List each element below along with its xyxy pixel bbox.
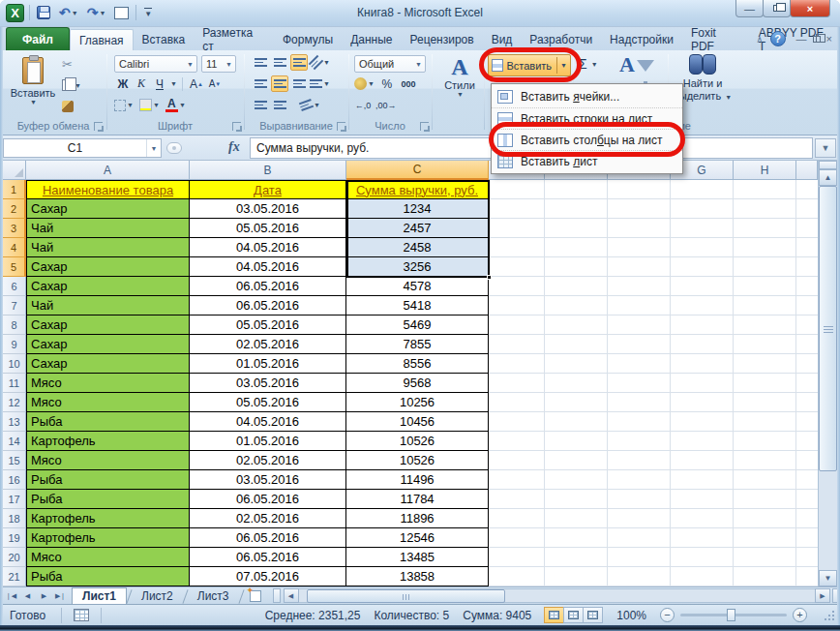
chevron-down-icon[interactable]: ▼ [560, 62, 567, 69]
empty-cell[interactable] [796, 257, 818, 277]
cell-name[interactable]: Сахар [26, 354, 190, 374]
page-layout-view-button[interactable] [563, 607, 584, 623]
cell-name[interactable]: Сахар [26, 257, 190, 277]
tab-Данные[interactable]: Данные [342, 29, 401, 50]
cell-name[interactable]: Мясо [26, 393, 190, 412]
page-break-view-button[interactable] [583, 607, 603, 623]
empty-cell[interactable] [545, 451, 608, 470]
close-button[interactable]: × [790, 0, 830, 17]
workbook-close-button[interactable]: × [826, 33, 832, 45]
column-header-H[interactable]: H [734, 161, 796, 180]
tab-Вид[interactable]: Вид [483, 29, 522, 50]
last-sheet-button[interactable]: ▶❘ [53, 589, 68, 603]
empty-cell[interactable] [796, 412, 818, 432]
empty-cell[interactable] [796, 490, 818, 509]
row-header-13[interactable]: 13 [3, 412, 26, 432]
column-header-B[interactable]: B [190, 161, 346, 180]
empty-cell[interactable] [608, 316, 671, 335]
empty-cell[interactable] [545, 528, 608, 548]
empty-cell[interactable] [608, 528, 671, 548]
chevron-down-icon[interactable]: ▼ [591, 61, 598, 68]
minimize-button[interactable]: — [735, 0, 764, 17]
name-box[interactable]: C1 ▼ [3, 138, 162, 158]
cell-sum[interactable]: 11496 [346, 470, 489, 490]
empty-cell[interactable] [671, 199, 734, 219]
bold-button[interactable]: Ж [114, 75, 132, 92]
shrink-font-button[interactable]: А▼ [206, 75, 224, 92]
chevron-down-icon[interactable]: ▼ [30, 99, 37, 105]
tab-file[interactable]: Файл [6, 27, 70, 50]
cell-name[interactable]: Сахар [26, 335, 190, 354]
empty-cell[interactable] [545, 354, 608, 374]
empty-cell[interactable] [608, 180, 671, 199]
empty-cell[interactable] [608, 257, 671, 277]
empty-cell[interactable] [671, 432, 734, 451]
empty-cell[interactable] [734, 219, 796, 238]
empty-cell[interactable] [734, 470, 796, 490]
empty-cell[interactable] [545, 509, 608, 528]
empty-cell[interactable] [796, 548, 818, 567]
empty-cell[interactable] [734, 316, 796, 335]
empty-cell[interactable] [734, 412, 796, 432]
cell-name[interactable]: Рыба [26, 470, 190, 490]
cell-date[interactable]: 05.05.2016 [190, 316, 346, 335]
cell-sum[interactable]: 10526 [346, 451, 489, 470]
row-header-20[interactable]: 20 [3, 548, 26, 567]
empty-cell[interactable] [608, 509, 671, 528]
empty-cell[interactable] [671, 528, 734, 548]
empty-cell[interactable] [796, 277, 818, 296]
dialog-launcher-icon[interactable] [232, 122, 241, 131]
chevron-down-icon[interactable]: ▼ [323, 80, 330, 87]
row-header-5[interactable]: 5 [3, 257, 26, 277]
percent-button[interactable]: % [378, 75, 396, 92]
header-cell-name[interactable]: Наименование товара [26, 180, 190, 199]
row-header-10[interactable]: 10 [3, 354, 26, 374]
zoom-out-button[interactable]: − [660, 608, 675, 622]
row-header-12[interactable]: 12 [3, 393, 26, 412]
tab-Рецензиров[interactable]: Рецензиров [402, 29, 483, 50]
chevron-down-icon[interactable]: ▼ [725, 94, 732, 101]
row-header-17[interactable]: 17 [3, 490, 26, 509]
empty-cell[interactable] [545, 257, 608, 277]
row-header-9[interactable]: 9 [3, 335, 26, 354]
prev-sheet-button[interactable]: ◀ [20, 589, 35, 603]
empty-cell[interactable] [734, 238, 796, 257]
font-size-select[interactable]: 11▼ [201, 55, 236, 73]
empty-cell[interactable] [489, 296, 545, 316]
dialog-launcher-icon[interactable] [337, 122, 345, 131]
cell-name[interactable]: Мясо [26, 451, 190, 470]
underline-button[interactable]: Ч [151, 75, 168, 92]
empty-cell[interactable] [545, 199, 608, 219]
empty-cell[interactable] [671, 412, 734, 432]
empty-cell[interactable] [671, 316, 734, 335]
row-header-6[interactable]: 6 [3, 277, 26, 296]
cell-sum[interactable]: 7855 [346, 335, 489, 354]
empty-cell[interactable] [796, 374, 818, 393]
empty-cell[interactable] [671, 490, 734, 509]
empty-cell[interactable] [489, 509, 545, 528]
empty-cell[interactable] [489, 548, 545, 567]
empty-cell[interactable] [489, 257, 545, 277]
empty-cell[interactable] [671, 219, 734, 238]
empty-cell[interactable] [608, 219, 671, 238]
menu-item-3[interactable]: Вставить столбцы на лист [492, 129, 682, 150]
macro-record-icon[interactable] [74, 609, 89, 621]
insert-button[interactable]: Вставить ▼ [488, 54, 571, 76]
cell-sum[interactable]: 4578 [346, 277, 489, 296]
empty-cell[interactable] [608, 374, 671, 393]
empty-cell[interactable] [671, 257, 734, 277]
fill-handle[interactable] [487, 275, 492, 280]
empty-cell[interactable] [671, 374, 734, 393]
empty-cell[interactable] [734, 354, 796, 374]
empty-cell[interactable] [796, 316, 818, 335]
format-painter-button[interactable] [62, 99, 81, 114]
row-header-11[interactable]: 11 [3, 374, 26, 393]
column-header-C[interactable]: C [346, 161, 489, 180]
scroll-right-button[interactable]: ▶ [815, 588, 830, 603]
empty-cell[interactable] [545, 374, 608, 393]
chevron-down-icon[interactable]: ▼ [170, 80, 177, 87]
tab-Разработчи[interactable]: Разработчи [521, 29, 601, 50]
empty-cell[interactable] [608, 412, 671, 432]
empty-cell[interactable] [796, 335, 818, 354]
fill-color-button[interactable]: ▼ [139, 97, 160, 113]
